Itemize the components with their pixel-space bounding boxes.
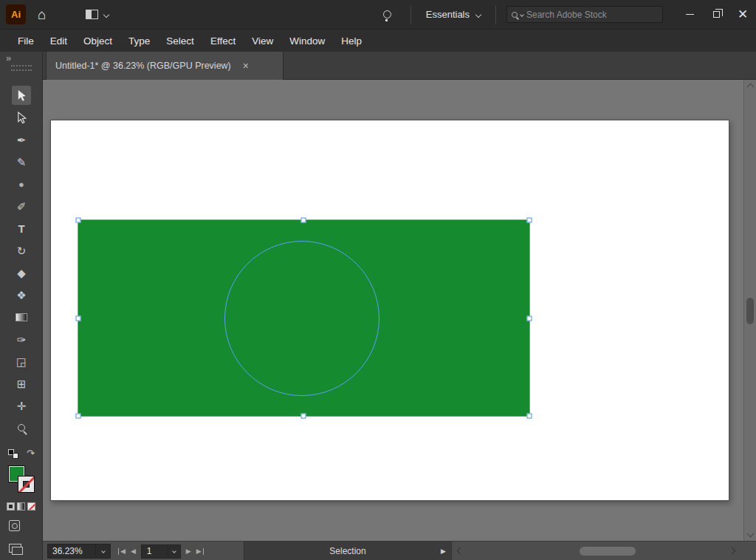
- menu-object[interactable]: Object: [75, 30, 120, 52]
- selection-handle[interactable]: [76, 218, 81, 223]
- menu-view[interactable]: View: [244, 30, 281, 52]
- eyedropper-icon: ✑: [17, 334, 27, 345]
- tool-list: ✒ ✎ ● ✐ T ↻ ◆ ❖ ✑ ◲ ⊞ ✛: [0, 84, 43, 439]
- curvature-tool[interactable]: ✎: [0, 151, 43, 173]
- eyedropper-tool[interactable]: ✑: [0, 328, 43, 350]
- arrange-documents-button[interactable]: [86, 10, 109, 19]
- menu-help[interactable]: Help: [333, 30, 370, 52]
- adobe-stock-search[interactable]: [506, 6, 663, 23]
- menu-select[interactable]: Select: [158, 30, 202, 52]
- ellipse-tool[interactable]: ●: [0, 173, 43, 195]
- gradient-button[interactable]: [17, 502, 25, 511]
- first-artboard-button[interactable]: ◀: [118, 548, 126, 555]
- paintbrush-tool[interactable]: ✐: [0, 195, 43, 217]
- chevron-down-icon: [101, 549, 106, 553]
- direct-selection-tool[interactable]: [0, 106, 43, 129]
- menu-file[interactable]: File: [10, 30, 42, 52]
- minimize-button[interactable]: [676, 0, 703, 30]
- discover-lightbulb-icon[interactable]: [383, 10, 391, 18]
- stroke-color-swatch[interactable]: [18, 476, 35, 493]
- vertical-scrollbar-thumb[interactable]: [746, 298, 754, 324]
- window-controls: ✕: [676, 0, 756, 30]
- title-bar: Ai ⌂ Essentials ✕: [0, 0, 756, 30]
- gradient-icon: [16, 313, 27, 321]
- selection-tool[interactable]: [0, 84, 43, 106]
- scroll-down-icon[interactable]: [747, 530, 755, 538]
- rotate-tool[interactable]: ↻: [0, 239, 43, 262]
- status-display: Selection ▶: [244, 542, 452, 560]
- paintbrush-icon: ✐: [17, 201, 27, 212]
- workspace-label: Essentials: [426, 9, 470, 20]
- selection-handle[interactable]: [76, 315, 81, 321]
- drawing-modes-button[interactable]: [9, 520, 20, 531]
- horizontal-scrollbar-thumb[interactable]: [580, 547, 636, 556]
- menu-window[interactable]: Window: [281, 30, 333, 52]
- zoom-level-value: 36.23%: [48, 544, 95, 558]
- zoom-icon: [18, 424, 25, 431]
- paint-type-buttons: [7, 502, 35, 511]
- scroll-right-icon[interactable]: [729, 547, 736, 555]
- collapse-panel-button[interactable]: »: [6, 52, 11, 64]
- document-tab-title: Untitled-1* @ 36.23% (RGB/GPU Preview): [55, 61, 231, 71]
- type-icon: T: [18, 223, 24, 234]
- default-fill-chip: [13, 453, 18, 459]
- selection-cursor-icon: [16, 89, 27, 102]
- blend-tool[interactable]: ◲: [0, 350, 43, 372]
- shape-builder-tool[interactable]: ❖: [0, 284, 43, 306]
- app-logo-icon[interactable]: Ai: [6, 4, 26, 24]
- canvas-area[interactable]: [43, 80, 756, 541]
- scroll-left-icon[interactable]: [457, 547, 464, 555]
- document-tab-bar: Untitled-1* @ 36.23% (RGB/GPU Preview) ×: [43, 52, 756, 80]
- hand-tool[interactable]: ✛: [0, 395, 43, 417]
- none-button[interactable]: [27, 502, 35, 511]
- selection-handle[interactable]: [301, 218, 306, 223]
- zoom-level-dropdown[interactable]: 36.23%: [47, 544, 111, 559]
- home-icon[interactable]: ⌂: [38, 7, 46, 21]
- rotate-icon: ↻: [17, 245, 27, 256]
- status-popup-arrow-icon[interactable]: ▶: [441, 547, 446, 555]
- selection-handle[interactable]: [76, 414, 81, 419]
- search-input[interactable]: [526, 10, 658, 20]
- artboard-dropdown-button[interactable]: [168, 545, 180, 558]
- restore-button[interactable]: [703, 0, 729, 30]
- selection-handle[interactable]: [527, 414, 532, 419]
- tools-panel: » ✒ ✎ ● ✐ T ↻ ◆ ❖ ✑ ◲ ⊞ ✛: [0, 52, 43, 560]
- zoom-tool[interactable]: [0, 417, 43, 439]
- gradient-tool[interactable]: [0, 306, 43, 328]
- workspace-switcher[interactable]: Essentials: [411, 9, 495, 20]
- swap-fill-stroke-icon[interactable]: ↷: [27, 448, 35, 459]
- eraser-tool[interactable]: ◆: [0, 262, 43, 284]
- minimize-icon: [686, 14, 694, 16]
- pen-icon: ✒: [17, 134, 27, 146]
- previous-artboard-button[interactable]: ◀: [131, 548, 136, 555]
- vertical-scrollbar[interactable]: [743, 80, 756, 541]
- artboard-tool[interactable]: ⊞: [0, 372, 43, 395]
- status-label: Selection: [329, 546, 365, 556]
- document-tab[interactable]: Untitled-1* @ 36.23% (RGB/GPU Preview) ×: [46, 52, 284, 80]
- selection-handle[interactable]: [527, 218, 532, 223]
- zoom-dropdown-button[interactable]: [95, 544, 110, 558]
- selection-handle[interactable]: [527, 315, 532, 321]
- menu-type[interactable]: Type: [120, 30, 158, 52]
- color-button[interactable]: [7, 502, 15, 511]
- status-bar: 36.23% ◀ ◀ 1 ▶ ▶ Selection ▶: [43, 541, 756, 560]
- default-fill-stroke-button[interactable]: [8, 449, 20, 459]
- eraser-icon: ◆: [17, 267, 26, 279]
- curvature-icon: ✎: [17, 157, 27, 168]
- selection-handle[interactable]: [301, 414, 306, 419]
- screen-mode-button[interactable]: [9, 544, 21, 553]
- last-artboard-button[interactable]: ▶: [196, 548, 204, 555]
- type-tool[interactable]: T: [0, 217, 43, 239]
- chevron-down-icon: [103, 11, 109, 17]
- artboard-number-dropdown[interactable]: 1: [141, 544, 181, 559]
- next-artboard-button[interactable]: ▶: [186, 548, 191, 555]
- tab-close-icon[interactable]: ×: [243, 60, 249, 72]
- circle-path-outline[interactable]: [224, 241, 379, 396]
- pen-tool[interactable]: ✒: [0, 129, 43, 151]
- menu-edit[interactable]: Edit: [42, 30, 75, 52]
- close-button[interactable]: ✕: [729, 0, 756, 30]
- scroll-up-icon[interactable]: [747, 83, 755, 91]
- menu-effect[interactable]: Effect: [202, 30, 244, 52]
- restore-icon: [713, 11, 720, 18]
- panel-grip-handle[interactable]: [11, 65, 32, 71]
